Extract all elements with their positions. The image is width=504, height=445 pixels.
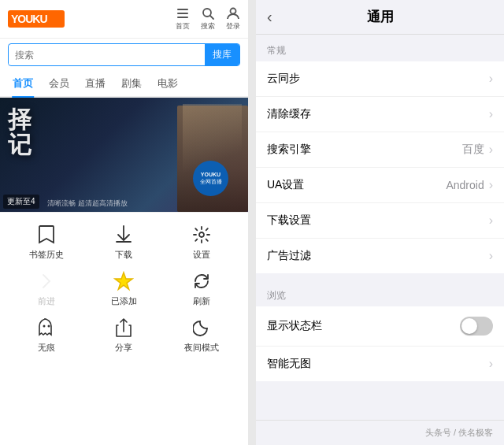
bookmark-label: 书签历史 bbox=[29, 249, 64, 261]
tab-home[interactable]: 首页 bbox=[5, 71, 41, 96]
chevron-icon: › bbox=[489, 178, 493, 192]
svg-point-9 bbox=[43, 325, 46, 328]
star-label: 已添加 bbox=[111, 295, 137, 307]
right-header-wrap: ‹ 通用 bbox=[267, 8, 493, 26]
settings-item-search-engine[interactable]: 搜索引擎 百度 › bbox=[256, 132, 504, 168]
hero-update-label: 更新至4 bbox=[3, 195, 39, 209]
bookmark-icon bbox=[35, 224, 57, 246]
search-engine-value: 百度 bbox=[462, 143, 484, 157]
settings-item-cloud-sync[interactable]: 云同步 › bbox=[256, 61, 504, 97]
svg-text:YOUKU: YOUKU bbox=[11, 13, 47, 25]
settings-item-smart-image[interactable]: 智能无图 › bbox=[256, 347, 504, 381]
moon-icon bbox=[191, 317, 213, 339]
toggle-knob bbox=[461, 318, 477, 334]
login-icon-item[interactable]: 登录 bbox=[226, 6, 240, 32]
tab-live[interactable]: 直播 bbox=[77, 71, 113, 96]
download-label: 下载 bbox=[115, 249, 132, 261]
forward-icon bbox=[35, 270, 57, 292]
star-icon bbox=[113, 270, 135, 292]
svg-point-7 bbox=[231, 9, 236, 14]
search-button[interactable]: 搜库 bbox=[205, 44, 239, 65]
bottom-menu: 书签历史 下载 设置 bbox=[0, 212, 248, 362]
settings-item-download[interactable]: 下载设置 › bbox=[256, 203, 504, 239]
section-header-general: 常规 bbox=[256, 35, 504, 61]
chevron-icon: › bbox=[489, 213, 493, 228]
channels-label: 首页 bbox=[176, 21, 190, 32]
svg-rect-3 bbox=[177, 13, 188, 14]
menu-item-nightmode[interactable]: 夜间模式 bbox=[178, 317, 225, 354]
chevron-icon: › bbox=[489, 72, 493, 86]
settings-item-adblock[interactable]: 广告过滤 › bbox=[256, 239, 504, 273]
download-icon bbox=[113, 224, 135, 246]
search-icon-item[interactable]: 搜索 bbox=[201, 6, 215, 32]
right-panel: ‹ 通用 常规 云同步 › 清除缓存 › 搜索引擎 百度 › UA设置 bbox=[256, 0, 504, 445]
search-input[interactable] bbox=[9, 46, 205, 65]
smart-image-label: 智能无图 bbox=[267, 357, 489, 371]
panel-divider bbox=[248, 0, 256, 445]
status-bar-toggle[interactable] bbox=[460, 317, 493, 336]
section-header-browser: 浏览 bbox=[256, 280, 504, 306]
nightmode-label: 夜间模式 bbox=[184, 342, 219, 354]
share-label: 分享 bbox=[115, 342, 132, 354]
svg-rect-2 bbox=[177, 9, 188, 10]
right-footer: 头条号 / 佚名极客 bbox=[256, 420, 504, 445]
hero-image: 择记 YOUKU 全网首播 更新至4 清晰流畅 超清超高清播放 bbox=[0, 98, 248, 212]
back-button[interactable]: ‹ bbox=[267, 8, 291, 26]
menu-row-1: 书签历史 下载 设置 bbox=[0, 219, 248, 265]
search-label: 搜索 bbox=[201, 21, 215, 32]
svg-point-10 bbox=[48, 325, 50, 328]
cloud-sync-label: 云同步 bbox=[267, 72, 489, 86]
tab-movie[interactable]: 电影 bbox=[150, 71, 186, 96]
settings-group-general: 云同步 › 清除缓存 › 搜索引擎 百度 › UA设置 Android › 下载… bbox=[256, 61, 504, 273]
forward-label: 前进 bbox=[38, 295, 55, 307]
youku-header: YOUKU 首页 搜索 bbox=[0, 0, 248, 39]
chevron-icon: › bbox=[489, 357, 493, 371]
youku-logo: YOUKU bbox=[8, 10, 65, 28]
settings-group-browser: 显示状态栏 智能无图 › bbox=[256, 306, 504, 381]
menu-item-forward: 前进 bbox=[23, 270, 70, 307]
right-header: ‹ 通用 bbox=[256, 0, 504, 35]
chevron-icon: › bbox=[489, 143, 493, 157]
tab-series[interactable]: 剧集 bbox=[113, 71, 150, 96]
clear-cache-label: 清除缓存 bbox=[267, 107, 489, 121]
menu-item-share[interactable]: 分享 bbox=[100, 317, 147, 354]
menu-row-3: 无痕 分享 夜间模式 bbox=[0, 312, 248, 358]
tab-vip[interactable]: 会员 bbox=[41, 71, 77, 96]
login-label: 登录 bbox=[226, 21, 240, 32]
adblock-label: 广告过滤 bbox=[267, 249, 489, 263]
youku-badge: YOUKU 全网首播 bbox=[193, 161, 228, 196]
menu-item-settings[interactable]: 设置 bbox=[178, 224, 225, 261]
incognito-label: 无痕 bbox=[38, 342, 55, 354]
menu-item-star[interactable]: 已添加 bbox=[100, 270, 147, 307]
settings-item-status-bar[interactable]: 显示状态栏 bbox=[256, 306, 504, 347]
chevron-icon: › bbox=[489, 249, 493, 263]
menu-item-refresh[interactable]: 刷新 bbox=[178, 270, 225, 307]
ghost-icon bbox=[35, 317, 57, 339]
hero-subtitle: 清晰流畅 超清超高清播放 bbox=[47, 198, 128, 209]
menu-item-incognito[interactable]: 无痕 bbox=[23, 317, 70, 354]
channels-icon-item[interactable]: 首页 bbox=[176, 6, 190, 32]
settings-item-ua[interactable]: UA设置 Android › bbox=[256, 168, 504, 203]
ua-value: Android bbox=[446, 179, 484, 191]
menu-item-download[interactable]: 下载 bbox=[100, 224, 147, 261]
settings-item-clear-cache[interactable]: 清除缓存 › bbox=[256, 97, 504, 132]
left-panel: YOUKU 首页 搜索 bbox=[0, 0, 248, 445]
chevron-icon: › bbox=[489, 107, 493, 121]
header-icons: 首页 搜索 登录 bbox=[176, 6, 240, 32]
settings-title: 通用 bbox=[291, 8, 469, 26]
settings-icon bbox=[191, 224, 213, 246]
search-engine-label: 搜索引擎 bbox=[267, 143, 462, 157]
menu-row-2: 前进 已添加 刷新 bbox=[0, 265, 248, 312]
svg-rect-4 bbox=[177, 17, 188, 18]
refresh-label: 刷新 bbox=[193, 295, 210, 307]
menu-item-bookmark[interactable]: 书签历史 bbox=[23, 224, 70, 261]
svg-line-6 bbox=[210, 16, 213, 19]
download-settings-label: 下载设置 bbox=[267, 213, 489, 228]
settings-content: 常规 云同步 › 清除缓存 › 搜索引擎 百度 › UA设置 Android › bbox=[256, 35, 504, 420]
share-icon bbox=[113, 317, 135, 339]
search-bar: 搜库 bbox=[8, 43, 240, 66]
hero-title: 择记 bbox=[8, 107, 32, 157]
svg-point-8 bbox=[199, 232, 204, 237]
status-bar-label: 显示状态栏 bbox=[267, 319, 460, 333]
settings-label: 设置 bbox=[193, 249, 210, 261]
